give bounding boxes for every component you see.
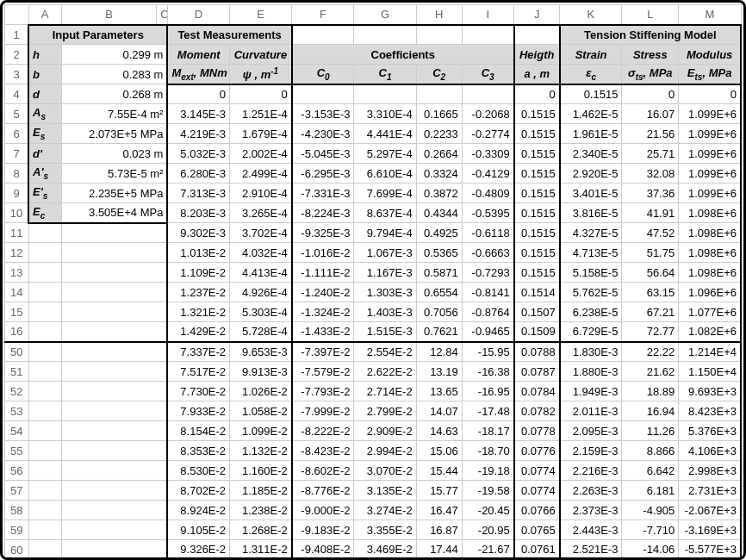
cell[interactable]: -14.06	[622, 540, 679, 560]
cell[interactable]: 1.185E-2	[230, 481, 292, 501]
row-header[interactable]: 59	[5, 520, 29, 540]
cell[interactable]: 0.0774	[514, 461, 560, 481]
cell[interactable]: 2.373E-3	[560, 501, 622, 520]
cell[interactable]: 0.1515	[514, 223, 560, 243]
cell[interactable]: 3.355E-2	[354, 520, 416, 540]
cell[interactable]: 21.56	[622, 124, 679, 144]
cell[interactable]: -3.169E+3	[679, 520, 741, 540]
cell[interactable]: -0.6118	[462, 223, 514, 243]
cell[interactable]: 8.924E-2	[167, 501, 229, 520]
cell[interactable]: 9.794E-4	[354, 223, 416, 243]
cell[interactable]: 22.22	[622, 342, 679, 362]
cell[interactable]: 13.19	[416, 362, 462, 382]
row-header[interactable]: 12	[5, 243, 29, 263]
cell[interactable]: -16.95	[462, 382, 514, 401]
row-header[interactable]: 3	[5, 65, 29, 84]
row-header[interactable]: 16	[5, 322, 29, 342]
cell[interactable]: 4.441E-4	[354, 124, 416, 144]
cell[interactable]: 8.530E-2	[167, 461, 229, 481]
cell[interactable]: 37.36	[622, 184, 679, 203]
param-value[interactable]: 0.283 m	[61, 65, 167, 84]
cell[interactable]: -20.45	[462, 501, 514, 520]
column-header[interactable]: D	[167, 5, 229, 25]
cell[interactable]: 1.026E-2	[230, 382, 292, 401]
cell[interactable]: 5.303E-4	[230, 302, 292, 322]
cell[interactable]: 25.71	[622, 144, 679, 164]
row-header[interactable]: 15	[5, 302, 29, 322]
cell[interactable]: 0	[679, 84, 741, 104]
cell[interactable]: 1.880E-3	[560, 362, 622, 382]
param-value[interactable]: 0.023 m	[61, 144, 167, 164]
cell[interactable]: 0.4344	[416, 203, 462, 223]
cell[interactable]: 1.679E-4	[230, 124, 292, 144]
cell[interactable]: -0.8764	[462, 302, 514, 322]
cell[interactable]: 8.637E-4	[354, 203, 416, 223]
cell[interactable]: 4.032E-4	[230, 243, 292, 263]
param-value[interactable]: 2.235E+5 MPa	[61, 184, 167, 203]
param-value[interactable]: 3.505E+4 MPa	[61, 203, 167, 223]
cell[interactable]: 2.714E-2	[354, 382, 416, 401]
column-header[interactable]: H	[416, 5, 462, 25]
cell[interactable]: 1.077E+6	[679, 302, 741, 322]
cell[interactable]: 8.353E-2	[167, 441, 229, 461]
cell[interactable]: 9.653E-3	[230, 342, 292, 362]
cell[interactable]: 63.15	[622, 283, 679, 302]
row-header[interactable]: 8	[5, 164, 29, 184]
cell[interactable]: 0.7621	[416, 322, 462, 342]
cell[interactable]: -1.240E-2	[292, 283, 354, 302]
cell[interactable]: 1.403E-3	[354, 302, 416, 322]
row-header[interactable]: 2	[5, 45, 29, 65]
row-header[interactable]: 60	[5, 540, 29, 560]
cell[interactable]: 4.926E-4	[230, 283, 292, 302]
cell[interactable]: 2.002E-4	[230, 144, 292, 164]
cell[interactable]: 15.44	[416, 461, 462, 481]
row-header[interactable]: 9	[5, 184, 29, 203]
cell[interactable]: 2.216E-3	[560, 461, 622, 481]
cell[interactable]: 56.64	[622, 263, 679, 283]
cell[interactable]: 0.4925	[416, 223, 462, 243]
cell[interactable]: 2.909E-2	[354, 421, 416, 441]
cell[interactable]: -4.905	[622, 501, 679, 520]
cell[interactable]: 6.181	[622, 481, 679, 501]
cell[interactable]: 32.08	[622, 164, 679, 184]
cell[interactable]: 1.429E-2	[167, 322, 229, 342]
cell[interactable]: 6.610E-4	[354, 164, 416, 184]
cell[interactable]: 5.762E-5	[560, 283, 622, 302]
cell[interactable]: 4.327E-5	[560, 223, 622, 243]
cell[interactable]: 9.302E-3	[167, 223, 229, 243]
cell[interactable]	[354, 84, 416, 104]
cell[interactable]: 9.326E-2	[167, 540, 229, 560]
cell[interactable]: 0	[622, 84, 679, 104]
cell[interactable]: 2.731E+3	[679, 481, 741, 501]
cell[interactable]: 4.413E-4	[230, 263, 292, 283]
param-value[interactable]: 2.073E+5 MPa	[61, 124, 167, 144]
cell[interactable]: -4.230E-3	[292, 124, 354, 144]
cell[interactable]: 1.098E+6	[679, 203, 741, 223]
cell[interactable]: 14.63	[416, 421, 462, 441]
cell[interactable]: 2.998E+3	[679, 461, 741, 481]
cell[interactable]: 0.6554	[416, 283, 462, 302]
row-header[interactable]: 1	[5, 25, 29, 45]
cell[interactable]: 1.099E+6	[679, 124, 741, 144]
cell[interactable]: 0.0776	[514, 441, 560, 461]
cell[interactable]: -16.38	[462, 362, 514, 382]
cell[interactable]	[292, 84, 354, 104]
cell[interactable]	[416, 84, 462, 104]
cell[interactable]: -9.325E-3	[292, 223, 354, 243]
cell[interactable]: 1.830E-3	[560, 342, 622, 362]
cell[interactable]: 0.0784	[514, 382, 560, 401]
cell[interactable]: 2.011E-3	[560, 401, 622, 421]
cell[interactable]: 41.91	[622, 203, 679, 223]
cell[interactable]: 0.1515	[514, 124, 560, 144]
cell[interactable]: 1.132E-2	[230, 441, 292, 461]
cell[interactable]: 0.3872	[416, 184, 462, 203]
row-header[interactable]: 57	[5, 481, 29, 501]
cell[interactable]: 6.642	[622, 461, 679, 481]
row-header[interactable]: 53	[5, 401, 29, 421]
cell[interactable]: 1.150E+4	[679, 362, 741, 382]
column-header[interactable]: L	[622, 5, 679, 25]
cell[interactable]: -8.776E-2	[292, 481, 354, 501]
cell[interactable]: 21.62	[622, 362, 679, 382]
cell[interactable]: 1.096E+6	[679, 283, 741, 302]
cell[interactable]: 0.1515	[514, 243, 560, 263]
